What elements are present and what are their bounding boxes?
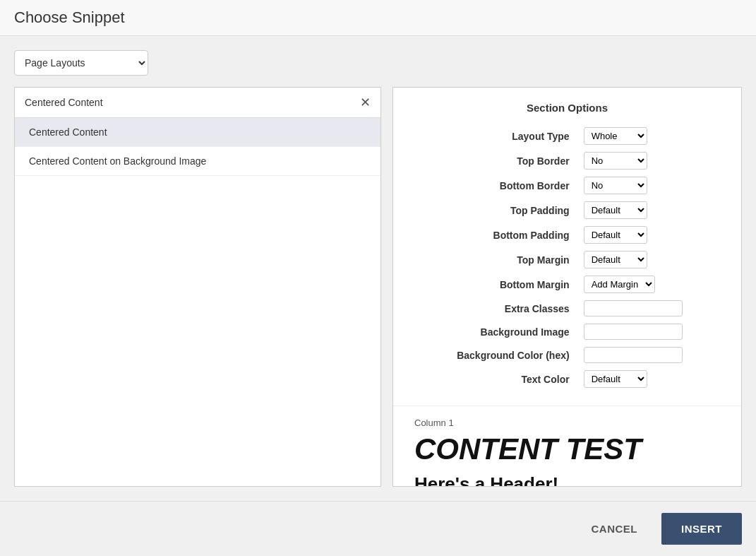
field-input[interactable] xyxy=(584,324,683,340)
field-label: Layout Type xyxy=(414,124,578,148)
cancel-button[interactable]: CANCEL xyxy=(574,513,654,545)
field-label: Bottom Border xyxy=(414,173,578,198)
main-content: Page LayoutsContent BlocksFormsWidgets C… xyxy=(0,36,756,501)
snippet-close-button[interactable]: ✕ xyxy=(360,96,371,109)
table-row: Bottom BorderNoYes xyxy=(414,173,720,198)
content-header: Here's a Header! xyxy=(414,473,720,486)
field-select[interactable]: DefaultNoneSmallMediumLarge xyxy=(584,226,647,244)
table-row: Top BorderNoYes xyxy=(414,148,720,173)
field-label: Top Margin xyxy=(414,247,578,272)
field-value[interactable]: DefaultNoneSmallMediumLarge xyxy=(578,198,720,223)
table-row: Layout TypeWholeHalfThirdQuarter xyxy=(414,124,720,148)
field-select[interactable]: DefaultNoneSmallMediumLarge xyxy=(584,201,647,219)
field-value[interactable] xyxy=(578,343,720,367)
preview-section: Column 1 CONTENT TEST Here's a Header! xyxy=(393,406,741,486)
dropdown-row: Page LayoutsContent BlocksFormsWidgets xyxy=(14,50,742,76)
snippet-list: Centered ContentCentered Content on Back… xyxy=(15,118,380,176)
content-test-title: CONTENT TEST xyxy=(414,432,720,466)
list-item[interactable]: Centered Content xyxy=(15,118,380,147)
snippet-category-header: Centered Content ✕ xyxy=(15,88,380,118)
field-label: Top Padding xyxy=(414,198,578,223)
field-input[interactable] xyxy=(584,300,683,317)
left-panel: Centered Content ✕ Centered ContentCente… xyxy=(14,87,381,487)
section-options-title: Section Options xyxy=(414,102,720,114)
snippet-category-label: Centered Content xyxy=(25,97,103,108)
field-value[interactable]: DefaultLightDark xyxy=(578,367,720,391)
page-title: Choose Snippet xyxy=(14,8,742,27)
field-value[interactable]: DefaultNoneSmallMediumLarge xyxy=(578,223,720,247)
options-table: Layout TypeWholeHalfThirdQuarterTop Bord… xyxy=(414,124,720,391)
table-row: Bottom PaddingDefaultNoneSmallMediumLarg… xyxy=(414,223,720,247)
section-options: Section Options Layout TypeWholeHalfThir… xyxy=(393,88,741,406)
field-value[interactable]: WholeHalfThirdQuarter xyxy=(578,124,720,148)
field-select[interactable]: NoYes xyxy=(584,177,647,194)
table-row: Background Color (hex) xyxy=(414,343,720,367)
field-label: Background Color (hex) xyxy=(414,343,578,367)
field-select[interactable]: WholeHalfThirdQuarter xyxy=(584,127,647,145)
panels-row: Centered Content ✕ Centered ContentCente… xyxy=(14,87,742,487)
column-label: Column 1 xyxy=(414,418,720,428)
field-select[interactable]: DefaultLightDark xyxy=(584,370,647,388)
field-label: Bottom Margin xyxy=(414,272,578,297)
field-select[interactable]: NoYes xyxy=(584,152,647,170)
table-row: Bottom MarginAdd MarginNo MarginDefault xyxy=(414,272,720,297)
footer-bar: CANCEL INSERT xyxy=(0,501,756,556)
table-row: Text ColorDefaultLightDark xyxy=(414,367,720,391)
field-label: Text Color xyxy=(414,367,578,391)
right-panel-scroll[interactable]: Section Options Layout TypeWholeHalfThir… xyxy=(393,88,741,486)
field-value[interactable]: NoYes xyxy=(578,173,720,198)
header-bar: Choose Snippet xyxy=(0,0,756,36)
insert-button[interactable]: INSERT xyxy=(661,513,742,545)
field-value[interactable] xyxy=(578,320,720,343)
field-value[interactable]: Add MarginNo MarginDefault xyxy=(578,272,720,297)
page-layout-select[interactable]: Page LayoutsContent BlocksFormsWidgets xyxy=(14,50,148,76)
table-row: Extra Classes xyxy=(414,297,720,320)
table-row: Background Image xyxy=(414,320,720,343)
field-input[interactable] xyxy=(584,347,683,363)
field-label: Background Image xyxy=(414,320,578,343)
field-label: Extra Classes xyxy=(414,297,578,320)
field-select[interactable]: Add MarginNo MarginDefault xyxy=(584,276,655,293)
field-value[interactable]: NoYes xyxy=(578,148,720,173)
list-item[interactable]: Centered Content on Background Image xyxy=(15,147,380,176)
field-value[interactable] xyxy=(578,297,720,320)
field-select[interactable]: DefaultNoneSmallMediumLarge xyxy=(584,251,647,268)
field-value[interactable]: DefaultNoneSmallMediumLarge xyxy=(578,247,720,272)
right-panel: Section Options Layout TypeWholeHalfThir… xyxy=(392,87,742,487)
table-row: Top MarginDefaultNoneSmallMediumLarge xyxy=(414,247,720,272)
table-row: Top PaddingDefaultNoneSmallMediumLarge xyxy=(414,198,720,223)
field-label: Top Border xyxy=(414,148,578,173)
field-label: Bottom Padding xyxy=(414,223,578,247)
